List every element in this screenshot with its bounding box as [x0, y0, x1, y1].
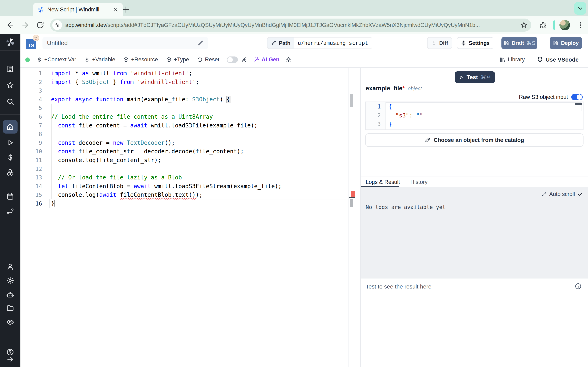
argument-row: example_file * object — [366, 85, 422, 92]
profile-avatar[interactable] — [559, 20, 570, 30]
toolbar-button-reset[interactable]: Reset — [193, 57, 223, 63]
browser-menu-icon[interactable] — [577, 21, 585, 29]
settings-button[interactable]: Settings — [457, 37, 493, 49]
code-editor[interactable]: 1import * as wmill from 'windmill-client… — [20, 68, 355, 367]
code-line: import * as wmill from 'windmill-client'… — [51, 69, 192, 78]
check-icon — [577, 192, 583, 197]
sidebar-item-search[interactable] — [6, 98, 14, 106]
windmill-logo[interactable] — [5, 38, 15, 47]
sidebar-item-star[interactable] — [6, 81, 14, 89]
line-number: 14 — [20, 182, 42, 191]
save-icon — [503, 40, 509, 46]
sidebar-item-gear[interactable] — [6, 276, 14, 285]
argument-type: object — [408, 85, 422, 92]
raw-s3-toggle-label: Raw S3 object input — [519, 94, 568, 100]
required-asterisk: * — [402, 85, 405, 92]
result-panel: Test to see the result here — [361, 278, 588, 367]
line-number: 11 — [20, 156, 42, 165]
tab-logs-result[interactable]: Logs & Result — [366, 177, 400, 187]
raw-s3-toggle[interactable] — [571, 94, 583, 100]
line-number: 5 — [20, 104, 42, 112]
browser-tab[interactable]: New Script | Windmill — [33, 3, 123, 16]
sidebar-item-folder[interactable] — [6, 304, 14, 312]
extensions-icon[interactable] — [539, 21, 547, 29]
multiplayer-toggle[interactable] — [227, 57, 238, 63]
sidebar-item-robot[interactable] — [6, 291, 14, 299]
raw-s3-toggle-row: Raw S3 object input — [519, 94, 583, 100]
sidebar-item-play[interactable] — [6, 139, 14, 147]
url-bar[interactable]: app.windmill.dev/scripts/add#JTdCJTIyaGF… — [50, 18, 531, 32]
line-number: 10 — [20, 147, 42, 156]
tab-title: New Script | Windmill — [47, 7, 109, 13]
sidebar-divider — [0, 50, 20, 50]
editor-settings-gear-icon[interactable] — [285, 57, 292, 63]
bookmark-star-icon[interactable] — [520, 21, 527, 29]
current-line-highlight — [49, 199, 348, 208]
sidebar-item-home[interactable] — [3, 120, 17, 133]
code-line: export async function main(example_file:… — [51, 95, 230, 104]
chevron-down-icon — [577, 5, 584, 12]
ai-gen-button[interactable]: AI Gen — [253, 57, 279, 63]
script-title-input[interactable]: Untitled — [43, 37, 208, 49]
editor-toolbar: +Context Var+Variable+Resource+TypeReset… — [20, 52, 588, 68]
line-number: 1 — [366, 102, 381, 111]
window-control-button[interactable] — [574, 2, 586, 15]
gear-icon — [461, 40, 466, 46]
sidebar-item-building[interactable] — [6, 65, 14, 73]
code-line: let fileContentBlob = await wmill.loadS3… — [51, 182, 282, 191]
sidebar-item-eye[interactable] — [6, 318, 14, 326]
code-line: // Or load the file lazily as a Blob — [51, 173, 182, 182]
sidebar-item-calendar[interactable] — [6, 192, 14, 200]
test-button[interactable]: Test ⌘↵ — [455, 71, 495, 83]
library-button[interactable]: Library — [499, 57, 525, 63]
reload-button[interactable] — [36, 21, 44, 29]
sidebar-item-cubes[interactable] — [6, 168, 14, 176]
sidebar-item-help[interactable] — [6, 348, 14, 356]
dollar-icon — [84, 57, 90, 63]
code-line: const file_content_str = decoder.decode(… — [51, 147, 244, 156]
tab-history[interactable]: History — [410, 177, 428, 187]
json-arg-editor[interactable]: 1{2 "s3": ""3} — [365, 101, 584, 130]
toolbar-button-context-var[interactable]: +Context Var — [32, 57, 80, 63]
draft-button[interactable]: Draft ⌘S — [502, 37, 537, 49]
sidebar-item-arrow-right[interactable] — [6, 355, 14, 363]
editor-overview-ruler[interactable] — [348, 68, 355, 367]
logs-panel: Auto scroll No logs are available yet — [361, 187, 588, 278]
expand-icon[interactable] — [541, 192, 547, 197]
choose-object-button[interactable]: Choose an object from the catalog — [365, 133, 584, 147]
toolbar-button-variable[interactable]: +Variable — [80, 57, 119, 63]
tab-close-icon[interactable] — [113, 7, 119, 13]
text-cursor — [54, 200, 55, 207]
auto-scroll-control[interactable]: Auto scroll — [541, 191, 583, 197]
refresh-icon — [197, 57, 203, 63]
json-scrollbar[interactable] — [575, 103, 582, 105]
code-line: } — [389, 120, 392, 129]
site-settings-button[interactable] — [52, 20, 62, 30]
info-icon[interactable] — [575, 283, 582, 290]
path-value: u/henri/amusing_script — [294, 38, 372, 49]
new-tab-button[interactable] — [121, 5, 131, 14]
diff-button[interactable]: Diff — [427, 37, 452, 49]
code-line: "s3": "" — [389, 111, 423, 120]
line-number: 8 — [20, 130, 42, 138]
toolbar-button-resource[interactable]: +Resource — [119, 57, 162, 63]
vscode-cat-icon — [537, 57, 543, 63]
toolbar-button-type[interactable]: +Type — [162, 57, 193, 63]
edit-title-pencil-icon[interactable] — [197, 40, 204, 46]
back-button[interactable] — [6, 21, 15, 29]
sidebar-item-person[interactable] — [6, 263, 14, 271]
package-icon — [166, 57, 172, 63]
code-line: } — [51, 199, 55, 208]
use-vscode-button[interactable]: Use VScode — [537, 57, 579, 63]
error-marker — [351, 191, 355, 197]
forward-button[interactable] — [21, 21, 29, 29]
sidebar-divider — [0, 114, 20, 115]
tune-icon — [54, 22, 60, 28]
sidebar-item-dollar[interactable] — [6, 153, 14, 161]
path-chip[interactable]: Path u/henri/amusing_script — [267, 37, 372, 49]
deploy-button[interactable]: Deploy — [550, 37, 582, 49]
line-number: 15 — [20, 191, 42, 199]
home-icon — [6, 123, 14, 131]
scrollbar-thumb[interactable] — [350, 94, 353, 107]
sidebar-item-flow[interactable] — [6, 207, 14, 215]
